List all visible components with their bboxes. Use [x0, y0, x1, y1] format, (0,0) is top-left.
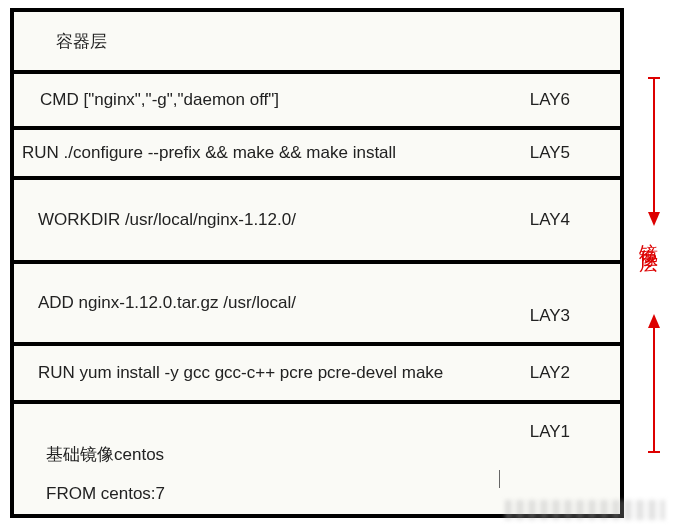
layer-cmd-line1: 基础镜像centos: [46, 443, 602, 466]
layer-cmd: CMD ["nginx","-g","daemon off"]: [40, 90, 602, 110]
arrow-down-icon: [646, 76, 662, 226]
layer-row-1: 基础镜像centos FROM centos:7 LAY1: [14, 404, 620, 514]
layer-label: LAY2: [530, 363, 570, 383]
layer-label: LAY3: [530, 306, 570, 326]
layer-row-6: CMD ["nginx","-g","daemon off"] LAY6: [14, 74, 620, 130]
text-cursor-icon: [499, 470, 500, 488]
layer-cmd: WORKDIR /usr/local/nginx-1.12.0/: [38, 210, 602, 230]
layer-row-3: ADD nginx-1.12.0.tar.gz /usr/local/ LAY3: [14, 264, 620, 346]
svg-marker-1: [648, 212, 660, 226]
svg-marker-3: [648, 314, 660, 328]
annotation-arrows: 镜像层: [640, 76, 670, 518]
layer-label: LAY4: [530, 210, 570, 230]
arrow-up-icon: [646, 314, 662, 454]
layer-label: LAY6: [530, 90, 570, 110]
header-row: 容器层: [14, 12, 620, 74]
blurred-region: [505, 500, 665, 520]
layer-label: LAY5: [530, 143, 570, 163]
layer-cmd: RUN ./configure --prefix && make && make…: [22, 143, 602, 163]
layer-label: LAY1: [530, 422, 570, 442]
layer-cmd: RUN yum install -y gcc gcc-c++ pcre pcre…: [38, 363, 602, 383]
annotation-label: 镜像层: [640, 228, 662, 246]
header-title: 容器层: [56, 30, 602, 53]
layer-cmd: ADD nginx-1.12.0.tar.gz /usr/local/: [38, 293, 602, 313]
layer-row-5: RUN ./configure --prefix && make && make…: [14, 130, 620, 180]
layer-row-4: WORKDIR /usr/local/nginx-1.12.0/ LAY4: [14, 180, 620, 264]
layer-row-2: RUN yum install -y gcc gcc-c++ pcre pcre…: [14, 346, 620, 404]
diagram-container: 容器层 CMD ["nginx","-g","daemon off"] LAY6…: [10, 8, 624, 518]
